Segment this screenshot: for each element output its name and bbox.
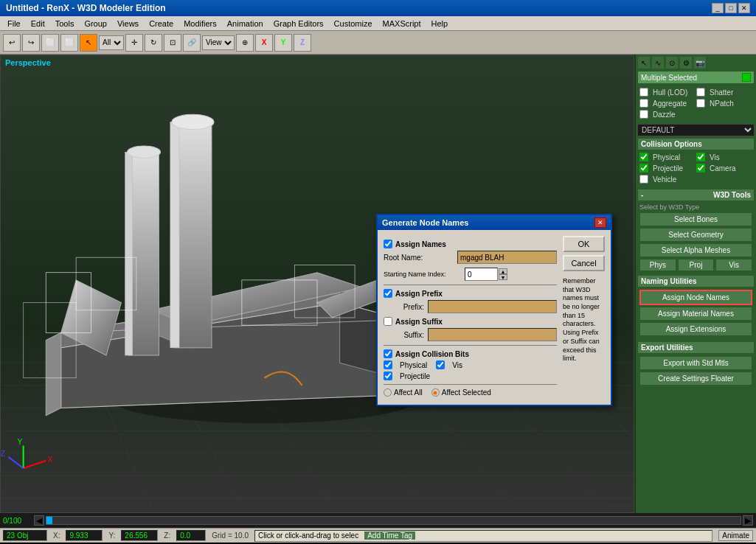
panel-tool-2[interactable]: ∿	[651, 56, 665, 69]
toolbar-move[interactable]: ✛	[125, 34, 143, 52]
toolbar-link[interactable]: 🔗	[183, 34, 201, 52]
select-bones-button[interactable]: Select Bones	[639, 212, 752, 226]
starting-index-label: Starting Name Index:	[384, 271, 465, 278]
collision-options-header: Collision Options	[637, 138, 755, 150]
menu-create[interactable]: Create	[145, 18, 178, 29]
create-settings-button[interactable]: Create Settings Floater	[639, 372, 752, 386]
toolbar-magnet[interactable]: ⊕	[236, 34, 254, 52]
assign-collision-checkbox[interactable]	[384, 349, 392, 358]
npatch-checkbox[interactable]	[696, 99, 705, 108]
assign-node-names-button[interactable]: Assign Node Names	[639, 290, 752, 305]
menu-tools[interactable]: Tools	[51, 18, 79, 29]
assign-prefix-label: Assign Prefix	[395, 290, 443, 298]
menu-customize[interactable]: Customize	[330, 18, 377, 29]
toolbar-scale[interactable]: ⊡	[164, 34, 181, 52]
vis-checkbox[interactable]	[696, 153, 705, 161]
panel-tool-1[interactable]: ↖	[637, 56, 651, 69]
toolbar-view-select[interactable]: View	[202, 35, 235, 50]
index-down[interactable]: ▼	[499, 274, 507, 280]
assign-suffix-checkbox[interactable]	[384, 317, 392, 326]
maximize-button[interactable]: □	[725, 3, 737, 13]
toolbar-select[interactable]: ⬜	[41, 34, 59, 52]
timeline-next[interactable]: ▶	[743, 515, 753, 526]
right-panel: ↖ ∿ ⊙ ⚙ 📷 Multiple Selected Hull (LOD) S…	[634, 55, 756, 513]
vis-row: Vis	[696, 153, 752, 161]
modal-physical-checkbox[interactable]	[384, 360, 392, 369]
modal-projectile-checkbox[interactable]	[384, 372, 392, 380]
suffix-input[interactable]	[428, 328, 557, 341]
divider-2	[384, 345, 557, 346]
divider-1	[384, 285, 557, 285]
modal-close-button[interactable]: ✕	[594, 217, 606, 228]
menu-modifiers[interactable]: Modifiers	[179, 18, 221, 29]
aggregate-checkbox[interactable]	[639, 99, 648, 108]
toolbar-arrow[interactable]: ↖	[80, 34, 97, 52]
naming-utilities-content: Assign Node Names Assign Material Names …	[637, 287, 755, 340]
timeline-prev[interactable]: ◀	[34, 515, 44, 526]
dazzle-checkbox[interactable]	[639, 110, 648, 119]
menu-group[interactable]: Group	[80, 18, 111, 29]
hull-checkbox[interactable]	[639, 88, 648, 97]
minimize-button[interactable]: _	[712, 3, 724, 13]
green-indicator	[742, 73, 751, 82]
affect-all-item: Affect All	[384, 388, 423, 397]
affect-all-radio[interactable]	[384, 388, 392, 397]
affect-selected-radio[interactable]	[431, 388, 440, 397]
menu-file[interactable]: File	[3, 18, 25, 29]
toolbar-redo[interactable]: ↪	[22, 34, 40, 52]
modal-vis-checkbox[interactable]	[436, 360, 445, 369]
window-controls[interactable]: _ □ ✕	[712, 3, 750, 13]
toolbar-xyz-z[interactable]: Z	[294, 34, 311, 52]
menu-help[interactable]: Help	[427, 18, 453, 29]
statusbar: 23 Obj X: 9.933 Y: 26.556 Z: 0.0 Grid = …	[0, 528, 756, 543]
toolbar-xyz-x[interactable]: X	[255, 34, 273, 52]
starting-index-input[interactable]	[465, 268, 498, 281]
root-name-input[interactable]	[457, 251, 557, 264]
timeline: 0/100 ◀ ▶	[0, 513, 756, 528]
assign-prefix-checkbox[interactable]	[384, 289, 392, 298]
ok-button[interactable]: OK	[563, 236, 605, 252]
index-up[interactable]: ▲	[499, 268, 507, 274]
timeline-track[interactable]	[46, 516, 741, 525]
suffix-row: Suffix:	[384, 328, 557, 341]
assign-names-checkbox[interactable]	[384, 240, 392, 248]
select-geometry-button[interactable]: Select Geometry	[639, 228, 752, 242]
animate-button[interactable]: Animate	[718, 530, 753, 541]
panel-tool-4[interactable]: ⚙	[679, 56, 693, 69]
toolbar-all-select[interactable]: All	[99, 35, 124, 50]
panel-tool-3[interactable]: ⊙	[665, 56, 679, 69]
affect-selected-item: Affect Selected	[431, 388, 491, 397]
toolbar-select2[interactable]: ⬜	[60, 34, 78, 52]
prefix-input[interactable]	[428, 300, 557, 313]
add-time-tag[interactable]: Add Time Tag	[364, 531, 415, 540]
projectile-checkbox[interactable]	[639, 164, 648, 172]
w3d-tools-content: Select by W3D Type Select Bones Select G…	[637, 201, 755, 273]
cancel-button[interactable]: Cancel	[563, 255, 605, 271]
camera-checkbox[interactable]	[696, 164, 705, 172]
camera-row: Camera	[696, 164, 752, 172]
phys-button[interactable]: Phys	[639, 259, 676, 271]
modal-note: Remember that W3D names must be no longe…	[563, 277, 605, 363]
toolbar-xyz-y[interactable]: Y	[274, 34, 292, 52]
assign-extensions-button[interactable]: Assign Extensions	[639, 322, 752, 336]
menu-maxscript[interactable]: MAXScript	[378, 18, 426, 29]
vehicle-checkbox[interactable]	[639, 175, 648, 184]
close-button[interactable]: ✕	[738, 3, 750, 13]
vis-button[interactable]: Vis	[715, 259, 752, 271]
proj-button[interactable]: Proj	[678, 259, 715, 271]
assign-material-names-button[interactable]: Assign Material Names	[639, 307, 752, 321]
default-dropdown[interactable]: DEFAULT	[637, 124, 755, 136]
export-std-mtls-button[interactable]: Export with Std Mtls	[639, 356, 752, 370]
toolbar-rotate[interactable]: ↻	[145, 34, 162, 52]
toolbar-undo[interactable]: ↩	[3, 34, 21, 52]
menu-views[interactable]: Views	[113, 18, 143, 29]
assign-names-label: Assign Names	[395, 240, 446, 248]
menu-animation[interactable]: Animation	[223, 18, 268, 29]
panel-tool-5[interactable]: 📷	[693, 56, 707, 69]
menu-graph-editors[interactable]: Graph Editors	[269, 18, 328, 29]
select-alpha-meshes-button[interactable]: Select Alpha Meshes	[639, 243, 752, 257]
physical-checkbox[interactable]	[639, 153, 648, 161]
shatter-checkbox[interactable]	[696, 88, 705, 97]
menu-edit[interactable]: Edit	[27, 18, 49, 29]
physical-row: Physical	[639, 153, 696, 161]
